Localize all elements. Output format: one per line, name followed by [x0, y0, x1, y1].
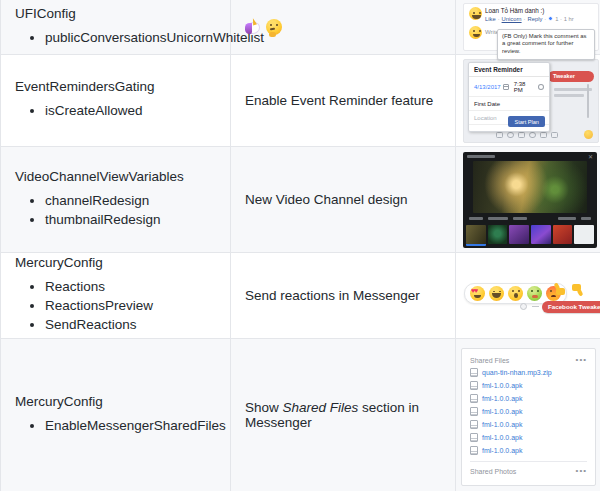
cell-config: MercuryConfig EnableMessengerSharedFiles [1, 339, 231, 491]
file-link[interactable]: fml-1.0.0.apk [482, 434, 522, 441]
table-row: MercuryConfig EnableMessengerSharedFiles… [1, 338, 600, 491]
follow-control-placeholder[interactable] [558, 217, 576, 220]
param-item: ReactionsPreview [45, 298, 220, 313]
event-reminder-screenshot: Tweaker Event Reminder 4/13/2017 7:38 PM… [463, 59, 599, 143]
cell-config: VideoChannelViewVariables channelRedesig… [1, 147, 231, 252]
cell-description [231, 0, 456, 54]
ellipsis-menu-icon[interactable]: ••• [576, 357, 587, 363]
comment-author: Loan Tỏ Hâm danh :) [485, 7, 574, 14]
table-row: EventRemindersGating isCreateAllowed Ena… [1, 54, 600, 146]
description-text: New Video Channel design [245, 192, 408, 207]
video-frame[interactable] [473, 161, 587, 213]
config-name: MercuryConfig [15, 394, 220, 409]
file-link[interactable]: fml-1.0.0.apk [482, 382, 522, 389]
cell-preview: Loan Tỏ Hâm danh :) Like · Unicorn · Rep… [456, 0, 600, 54]
file-icon [470, 420, 478, 429]
heart-eyes-emoji[interactable] [470, 286, 485, 301]
date-input[interactable]: 4/13/2017 [474, 84, 501, 90]
mic-icon[interactable] [529, 132, 536, 139]
unicorn-emoji [245, 20, 261, 35]
gif-icon[interactable] [518, 132, 525, 139]
file-link[interactable]: quan-tin-nhan.mp3.zip [482, 369, 552, 376]
file-icon [470, 407, 478, 416]
file-link[interactable]: fml-1.0.0.apk [482, 408, 522, 415]
cell-description: Send reactions in Messenger [231, 253, 456, 338]
config-name: MercuryConfig [15, 255, 220, 270]
calendar-shortcut-icon[interactable] [551, 132, 558, 139]
event-name-field[interactable]: First Date [469, 97, 549, 111]
time-input[interactable]: 7:38 PM [514, 81, 536, 93]
camera-icon[interactable] [496, 132, 503, 139]
comment-timestamp: 1 · 1 hr [555, 16, 573, 22]
video-thumbnail[interactable] [488, 225, 508, 244]
emoji-picker-icon[interactable] [584, 130, 593, 139]
fb-only-tooltip: (FB Only) Mark this comment as a great c… [497, 29, 595, 60]
wow-emoji[interactable] [508, 286, 523, 301]
shared-files-screenshot: Shared Files ••• quan-tin-nhan.mp3.zip f… [461, 348, 596, 486]
video-thumbnail[interactable] [509, 225, 529, 244]
reactions-screenshot: Facebook Tweaker [460, 261, 596, 331]
video-thumbnail[interactable] [531, 225, 551, 244]
file-link[interactable]: fml-1.0.0.apk [482, 447, 522, 454]
file-link[interactable]: fml-1.0.0.apk [482, 421, 522, 428]
param-item: SendReactions [45, 317, 220, 332]
cell-preview: Tweaker Event Reminder 4/13/2017 7:38 PM… [456, 55, 600, 146]
scrollbar[interactable] [587, 84, 589, 118]
cell-preview: Shared Files ••• quan-tin-nhan.mp3.zip f… [456, 339, 600, 491]
laughing-emoji[interactable] [489, 286, 504, 301]
smiling-emoji [469, 26, 482, 39]
ellipsis-menu-icon[interactable]: ••• [576, 468, 587, 474]
time-control-placeholder [581, 217, 591, 220]
reply-link[interactable]: Reply [528, 16, 543, 22]
like-link[interactable]: Like [485, 16, 496, 22]
calendar-icon[interactable] [503, 84, 509, 90]
facebook-tweaker-badge[interactable]: Facebook Tweaker [542, 301, 600, 313]
tweaker-badge[interactable]: Tweaker [548, 71, 594, 82]
divider [470, 461, 587, 462]
start-plan-button[interactable]: Start Plan [508, 116, 545, 127]
unicorn-link[interactable]: Unicorn [502, 16, 522, 22]
video-title-placeholder [467, 155, 495, 158]
config-name: EventRemindersGating [15, 79, 220, 94]
event-reminder-dialog: Event Reminder 4/13/2017 7:38 PM First D… [468, 62, 550, 132]
file-link[interactable]: fml-1.0.0.apk [482, 395, 522, 402]
cell-preview: ✕ [456, 147, 600, 252]
thumbs-down-emoji[interactable] [571, 283, 585, 297]
close-icon[interactable]: ✕ [588, 154, 593, 160]
cell-config: EventRemindersGating isCreateAllowed [1, 55, 231, 146]
dot-separator: · [498, 16, 500, 22]
video-thumbnail[interactable] [553, 225, 573, 244]
description-text: Enable Event Reminder feature [245, 93, 433, 108]
attachment-icon[interactable] [540, 132, 547, 139]
cell-description: New Video Channel design [231, 147, 456, 252]
description-text: Show Shared Files section in Messenger [245, 400, 445, 430]
laughing-emoji [469, 7, 482, 20]
share-control-placeholder[interactable] [513, 217, 527, 220]
param-item: channelRedesign [45, 193, 220, 208]
cell-preview: Facebook Tweaker [456, 253, 600, 338]
reaction-count-icon [548, 16, 553, 21]
sticker-icon[interactable] [507, 132, 514, 139]
fb-comment-screenshot: Loan Tỏ Hâm danh :) Like · Unicorn · Rep… [463, 3, 599, 51]
reaction-toggle-icon[interactable] [520, 303, 527, 310]
like-control-placeholder[interactable] [469, 217, 483, 220]
param-item: isCreateAllowed [45, 103, 220, 118]
dialog-title: Event Reminder [469, 63, 549, 77]
thinking-face-emoji [266, 19, 282, 35]
param-item: publicConversationsUnicornWhitelist [45, 30, 220, 45]
table-row: MercuryConfig Reactions ReactionsPreview… [1, 252, 600, 338]
dot-separator: · [544, 16, 546, 22]
config-name: VideoChannelViewVariables [15, 169, 220, 184]
video-thumbnail[interactable] [574, 225, 594, 244]
nauseated-emoji[interactable] [527, 286, 542, 301]
file-icon [470, 446, 478, 455]
thumbs-up-emoji[interactable] [552, 283, 566, 297]
video-thumbnail-selected[interactable] [466, 225, 486, 244]
shared-photos-header: Shared Photos [470, 468, 516, 475]
comment-control-placeholder[interactable] [488, 217, 508, 220]
clock-icon[interactable] [538, 84, 544, 90]
cell-config: MercuryConfig Reactions ReactionsPreview… [1, 253, 231, 338]
cell-description: Show Shared Files section in Messenger [231, 339, 456, 491]
param-item: Reactions [45, 279, 220, 294]
dot-separator: · [524, 16, 526, 22]
